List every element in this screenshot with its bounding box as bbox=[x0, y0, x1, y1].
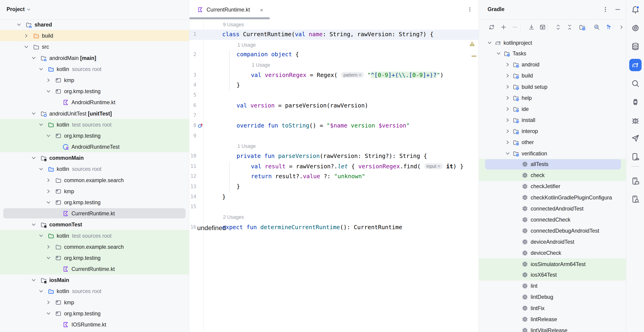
collapse-all-button[interactable] bbox=[566, 24, 573, 31]
code-line-5[interactable]: 5 bbox=[190, 91, 478, 101]
chevron-down-icon[interactable] bbox=[45, 132, 52, 139]
chevron-right-icon[interactable] bbox=[45, 299, 52, 305]
download-button[interactable] bbox=[528, 24, 535, 31]
project-tree-item-org-kmp-testing[interactable]: org.kmp.testing bbox=[0, 252, 189, 263]
project-tree-item-commontest[interactable]: commonTest bbox=[0, 219, 189, 230]
plane-icon[interactable] bbox=[631, 134, 640, 142]
gradle-task-checkkotlingradlepluginconfigura[interactable]: checkKotlinGradlePluginConfigura bbox=[479, 192, 626, 203]
project-tree-item-build[interactable]: build bbox=[0, 30, 189, 41]
usages-hint[interactable]: 9 Usages bbox=[190, 20, 478, 30]
gradle-task-other[interactable]: other bbox=[479, 137, 626, 148]
tab-currentruntime[interactable]: CurrentRuntime.kt × bbox=[190, 0, 270, 19]
project-tree-item-commonmain[interactable]: commonMain bbox=[0, 152, 189, 163]
chevron-right-icon[interactable] bbox=[504, 128, 511, 134]
chevron-down-icon[interactable] bbox=[38, 66, 44, 72]
gradle-task-lintvitalrelease[interactable]: lintVitalRelease bbox=[479, 325, 626, 332]
gradle-task-verification[interactable]: verification bbox=[479, 148, 626, 159]
database-icon[interactable] bbox=[631, 42, 640, 51]
code-line-12[interactable]: 12return result?.value ?: "unknown" bbox=[190, 172, 478, 182]
minimize-icon[interactable] bbox=[614, 6, 621, 13]
project-tree-item-currentruntime-kt[interactable]: CurrentRuntime.kt bbox=[0, 263, 189, 274]
gradle-task-checkjetifier[interactable]: checkJetifier bbox=[479, 181, 626, 192]
gradle-task-deviceandroidtest[interactable]: deviceAndroidTest bbox=[479, 236, 626, 247]
dep-arrows-button[interactable] bbox=[605, 24, 612, 31]
chevron-down-icon[interactable] bbox=[38, 232, 44, 239]
code-line-16[interactable]: 16undefinedexpect fun determineCurrentRu… bbox=[190, 223, 478, 233]
chevron-right-icon[interactable] bbox=[504, 106, 511, 112]
code-line-3[interactable]: 3val versionRegex = Regex( pattern = "^[… bbox=[190, 70, 478, 80]
gradle-task-check[interactable]: check bbox=[479, 170, 626, 181]
project-tree-item-kotlin[interactable]: kotlinsources root bbox=[0, 63, 189, 74]
chevron-down-icon[interactable] bbox=[23, 43, 30, 50]
gradle-task-alltests[interactable]: allTests bbox=[479, 159, 626, 170]
debug-bug-icon[interactable] bbox=[631, 116, 640, 125]
chevron-down-icon[interactable] bbox=[486, 39, 493, 46]
gradle-task-build-setup[interactable]: build setup bbox=[479, 81, 626, 92]
usages-hint[interactable]: 1 Usage bbox=[190, 60, 478, 70]
chevron-down-icon[interactable] bbox=[504, 150, 511, 156]
gradle-task-kotlinproject[interactable]: kotlinproject bbox=[479, 37, 626, 48]
gradle-icon[interactable] bbox=[631, 61, 640, 69]
editor-options-kebab-icon[interactable] bbox=[467, 6, 473, 13]
code-line-1[interactable]: 1class CurrentRuntime(val name: String, … bbox=[190, 30, 478, 40]
chevron-down-icon[interactable] bbox=[45, 255, 52, 261]
chevron-down-icon[interactable] bbox=[30, 110, 37, 117]
gradle-task-tasks[interactable]: Tasks bbox=[479, 48, 626, 59]
project-tree-item-iosmain[interactable]: iosMain bbox=[0, 274, 189, 285]
code-line-6[interactable]: 6val version = parseVersion(rawVersion) bbox=[190, 101, 478, 111]
expand-all-button[interactable] bbox=[555, 24, 562, 31]
gradle-task-iosx64test[interactable]: iosX64Test bbox=[479, 269, 626, 281]
usages-hint[interactable]: 1 Usage bbox=[190, 141, 478, 151]
chevron-down-icon[interactable] bbox=[38, 121, 44, 128]
project-tree-item-src[interactable]: src bbox=[0, 41, 189, 52]
running-devices-icon[interactable] bbox=[631, 177, 640, 185]
chevron-right-icon[interactable] bbox=[504, 95, 511, 101]
code-line-9[interactable]: 9 bbox=[190, 131, 478, 141]
gradle-task-iossimulatorarm64test[interactable]: iosSimulatorArm64Test bbox=[479, 258, 626, 269]
chevron-right-icon[interactable] bbox=[504, 139, 511, 145]
code-line-2[interactable]: 2companion object { bbox=[190, 50, 478, 60]
search-icon[interactable] bbox=[631, 79, 640, 88]
chevron-down-icon[interactable] bbox=[30, 54, 37, 61]
run-window-button[interactable] bbox=[539, 24, 546, 31]
ai-assistant-icon[interactable] bbox=[631, 24, 640, 32]
usages-hint[interactable]: 1 Usage bbox=[190, 40, 478, 50]
code-line-10[interactable]: 10private fun parseVersion(rawVersion: S… bbox=[190, 151, 478, 162]
device-explorer-icon[interactable] bbox=[631, 195, 640, 203]
project-tree-item-kmp[interactable]: kmp bbox=[0, 186, 189, 197]
chevron-right-icon[interactable] bbox=[504, 117, 511, 123]
gradle-task-help[interactable]: help bbox=[479, 92, 626, 103]
project-tree-item-org-kmp-testing[interactable]: org.kmp.testing bbox=[0, 308, 189, 319]
chevron-down-icon[interactable] bbox=[45, 310, 52, 317]
project-tree-item-currentruntime-kt[interactable]: CurrentRuntime.kt bbox=[0, 208, 189, 219]
project-panel-title[interactable]: Project bbox=[7, 6, 25, 13]
project-tree-item-org-kmp-testing[interactable]: org.kmp.testing bbox=[0, 86, 189, 97]
code-line-7[interactable]: 7 bbox=[190, 111, 478, 121]
chevron-down-icon[interactable] bbox=[30, 277, 37, 283]
gradle-task-android[interactable]: android bbox=[479, 59, 626, 70]
project-tree-item-kotlin[interactable]: kotlintest sources root bbox=[0, 230, 189, 241]
project-tree-item-common-example-search[interactable]: common.example.search bbox=[0, 241, 189, 252]
override-gutter-icon[interactable] bbox=[197, 123, 204, 129]
chevron-right-button[interactable] bbox=[618, 24, 625, 31]
usages-hint-text[interactable]: 1 Usage bbox=[252, 62, 270, 68]
inspections-warning-icon[interactable] bbox=[469, 41, 475, 47]
gradle-task-connecteddebugandroidtest[interactable]: connectedDebugAndroidTest bbox=[479, 225, 626, 236]
gradle-task-connectedandroidtest[interactable]: connectedAndroidTest bbox=[479, 203, 626, 214]
usages-hint-text[interactable]: 1 Usage bbox=[237, 42, 256, 48]
chevron-right-icon[interactable] bbox=[45, 188, 52, 195]
gradle-task-lintfix[interactable]: lintFix bbox=[479, 303, 626, 314]
gradle-task-lintdebug[interactable]: lintDebug bbox=[479, 292, 626, 303]
usages-hint-text[interactable]: 2 Usages bbox=[223, 214, 244, 220]
gradle-task-interop[interactable]: interop bbox=[479, 126, 626, 137]
project-tree-item-org-kmp-testing[interactable]: org.kmp.testing bbox=[0, 197, 189, 208]
code-line-8[interactable]: 8override fun toString() = "$name versio… bbox=[190, 121, 478, 131]
chevron-right-icon[interactable] bbox=[504, 83, 511, 90]
python-icon[interactable] bbox=[631, 98, 640, 106]
gradle-task-connectedcheck[interactable]: connectedCheck bbox=[479, 214, 626, 225]
chevron-down-icon[interactable] bbox=[16, 21, 22, 28]
code-line-14[interactable]: 14} bbox=[190, 192, 478, 202]
chevron-right-icon[interactable] bbox=[504, 72, 511, 79]
chevron-right-icon[interactable] bbox=[45, 77, 52, 83]
plus-button[interactable] bbox=[500, 24, 507, 31]
